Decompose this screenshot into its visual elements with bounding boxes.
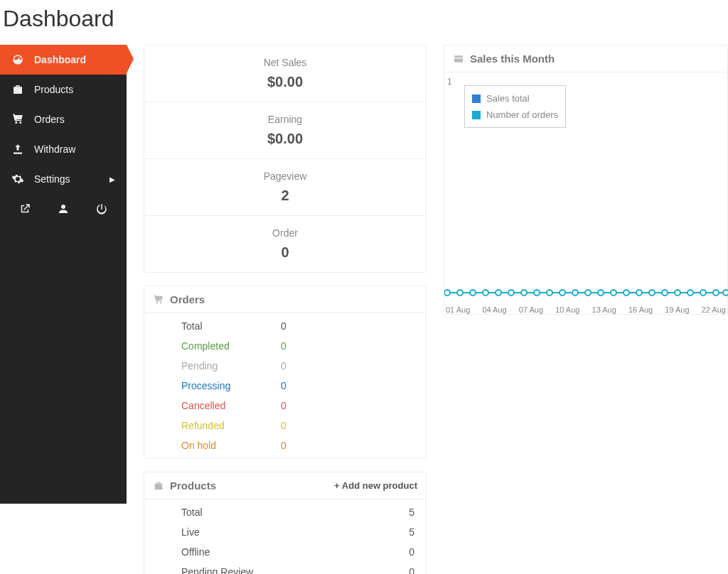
svg-point-4 [483, 290, 488, 296]
legend-sales-total: Sales total [472, 90, 558, 107]
stat-order-label: Order [151, 227, 419, 239]
svg-point-10 [560, 290, 565, 296]
products-title: Products [170, 480, 216, 492]
svg-point-16 [636, 290, 642, 296]
sidebar-item-withdraw[interactable]: Withdraw [0, 134, 127, 164]
sidebar-item-label: Products [34, 84, 73, 95]
sidebar-item-orders[interactable]: Orders [0, 104, 127, 134]
svg-point-12 [585, 290, 591, 296]
order-row-completed: Completed0 [144, 336, 426, 356]
svg-point-13 [598, 290, 604, 296]
sales-chart-title: Sales this Month [470, 53, 555, 65]
orders-card: Orders Total0 Completed0 Pending0 Proces… [144, 286, 427, 459]
legend-swatch-blue [472, 94, 481, 103]
svg-point-1 [444, 290, 450, 296]
product-row-live: Live5 [144, 522, 426, 542]
svg-point-21 [700, 290, 706, 296]
briefcase-icon [11, 83, 24, 96]
stat-net-sales-label: Net Sales [151, 57, 419, 68]
order-row-total: Total0 [144, 316, 426, 336]
svg-point-20 [687, 290, 693, 296]
svg-point-6 [508, 290, 514, 296]
products-card: Products + Add new product Total5 Live5 … [144, 472, 427, 574]
sidebar-item-label: Orders [34, 114, 65, 125]
chart-x-axis: 01 Aug04 Aug07 Aug10 Aug13 Aug16 Aug19 A… [444, 305, 727, 314]
card-icon [453, 53, 464, 65]
chart-line [444, 286, 728, 300]
order-row-processing: Processing0 [144, 376, 426, 396]
svg-point-7 [521, 290, 527, 296]
product-row-offline: Offline0 [144, 542, 426, 562]
gear-icon [11, 173, 24, 185]
order-row-onhold: On hold0 [144, 435, 426, 455]
svg-point-9 [547, 290, 552, 296]
sidebar-item-dashboard[interactable]: Dashboard [0, 45, 127, 75]
sales-chart-card: Sales this Month 1 Sales total Number of… [444, 45, 728, 315]
dashboard-icon [11, 53, 24, 66]
stat-pageview-label: Pageview [151, 170, 419, 182]
svg-point-2 [457, 290, 463, 296]
briefcase-icon [153, 480, 164, 492]
svg-point-19 [675, 290, 680, 296]
svg-point-5 [496, 290, 501, 296]
legend-swatch-teal [472, 111, 481, 119]
svg-point-23 [723, 290, 728, 296]
chart-legend: Sales total Number of orders [464, 85, 566, 128]
svg-point-22 [713, 290, 719, 296]
stat-net-sales-value: $0.00 [151, 74, 419, 90]
svg-point-14 [611, 290, 616, 296]
stat-earning-value: $0.00 [151, 131, 419, 147]
product-row-total: Total5 [144, 502, 426, 522]
product-row-pending: Pending Review0 [144, 562, 426, 574]
svg-point-8 [534, 290, 540, 296]
add-new-product-link[interactable]: + Add new product [334, 480, 417, 491]
sidebar-item-label: Dashboard [34, 54, 86, 65]
orders-title: Orders [170, 293, 205, 305]
order-row-pending: Pending0 [144, 356, 426, 376]
sidebar-item-products[interactable]: Products [0, 75, 127, 104]
sidebar-item-label: Settings [34, 173, 70, 185]
sidebar-item-settings[interactable]: Settings ▶ [0, 164, 127, 194]
stat-order-value: 0 [151, 244, 419, 261]
order-row-refunded: Refunded0 [144, 416, 426, 435]
user-icon[interactable] [57, 202, 70, 215]
svg-point-17 [649, 290, 655, 296]
cart-icon [153, 294, 164, 305]
external-link-icon[interactable] [18, 202, 31, 215]
legend-num-orders: Number of orders [472, 107, 558, 123]
upload-icon [11, 143, 24, 156]
svg-point-3 [470, 290, 476, 296]
stats-card: Net Sales $0.00 Earning $0.00 Pageview 2… [144, 45, 427, 273]
chevron-right-icon: ▶ [109, 175, 115, 183]
stat-earning-label: Earning [151, 114, 419, 125]
svg-point-11 [572, 290, 578, 296]
sidebar-item-label: Withdraw [34, 144, 75, 155]
chart-y-tick: 1 [447, 77, 452, 87]
sidebar: Dashboard Products Orders Withdraw [0, 45, 127, 504]
sales-chart: 1 Sales total Number of orders 01 Aug04 … [444, 72, 727, 314]
order-row-cancelled: Cancelled0 [144, 396, 426, 416]
page-title: Dashboard [0, 0, 728, 45]
cart-icon [11, 113, 24, 126]
svg-point-18 [662, 290, 668, 296]
power-icon[interactable] [95, 202, 108, 215]
stat-pageview-value: 2 [151, 188, 419, 204]
svg-point-15 [623, 290, 629, 296]
